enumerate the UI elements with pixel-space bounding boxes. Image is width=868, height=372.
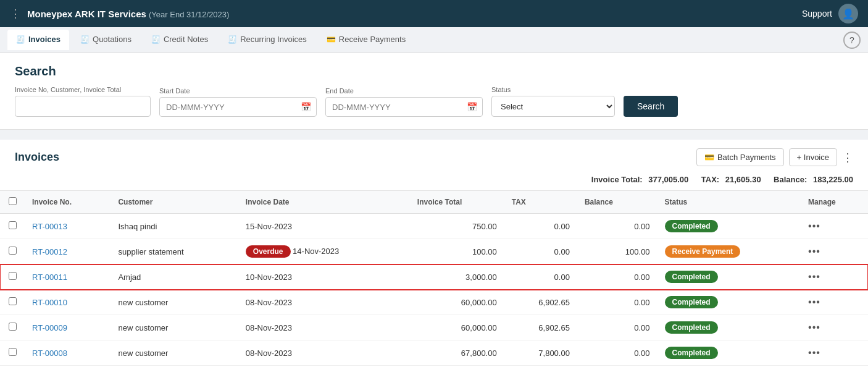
end-date-wrap: 📅 bbox=[325, 97, 483, 117]
row-tax: 7,800.00 bbox=[504, 340, 577, 366]
invoice-link[interactable]: RT-00011 bbox=[32, 273, 67, 282]
batch-payments-label: Batch Payments bbox=[717, 153, 776, 162]
row-manage: ••• bbox=[801, 366, 868, 373]
invoices-actions: 💳 Batch Payments + Invoice ⋮ bbox=[696, 148, 853, 166]
row-invoice-no: RT-00007 bbox=[25, 366, 111, 373]
batch-payments-icon: 💳 bbox=[704, 153, 714, 162]
select-all-checkbox[interactable] bbox=[9, 197, 17, 205]
row-date: 10-Nov-2023 bbox=[238, 264, 410, 290]
row-balance: 0.00 bbox=[577, 290, 657, 315]
row-status: Completed bbox=[657, 340, 801, 366]
invoice-search-input[interactable] bbox=[15, 96, 151, 117]
table-row: RT-00012 supplier statement Overdue 14-N… bbox=[0, 239, 868, 264]
header-balance: Balance bbox=[577, 191, 657, 214]
invoice-link[interactable]: RT-00010 bbox=[32, 298, 67, 307]
tab-credit-notes[interactable]: 🧾 Credit Notes bbox=[143, 30, 217, 50]
header-checkbox-col bbox=[0, 191, 25, 214]
search-section: Search Invoice No, Customer, Invoice Tot… bbox=[0, 53, 868, 130]
manage-dots-button[interactable]: ••• bbox=[808, 221, 820, 231]
start-date-group: Start Date 📅 bbox=[159, 87, 317, 117]
table-row: RT-00008 new customer 08-Nov-2023 67,800… bbox=[0, 340, 868, 366]
invoice-link[interactable]: RT-00012 bbox=[32, 247, 67, 256]
end-date-input[interactable] bbox=[326, 98, 462, 116]
row-date: 15-Nov-2023 bbox=[238, 214, 410, 239]
top-nav-right: Support 👤 bbox=[802, 4, 858, 23]
row-status: Completed bbox=[657, 214, 801, 239]
header-tax: TAX bbox=[504, 191, 577, 214]
row-customer: new customer bbox=[111, 290, 238, 315]
invoices-section: Invoices 💳 Batch Payments + Invoice ⋮ In… bbox=[0, 140, 868, 372]
header-manage: Manage bbox=[801, 191, 868, 214]
invoice-search-group: Invoice No, Customer, Invoice Total bbox=[15, 86, 151, 117]
invoices-table: Invoice No. Customer Invoice Date Invoic… bbox=[0, 190, 868, 372]
manage-dots-button[interactable]: ••• bbox=[808, 322, 820, 332]
table-header: Invoice No. Customer Invoice Date Invoic… bbox=[0, 191, 868, 214]
invoices-title: Invoices bbox=[15, 151, 59, 164]
row-checkbox[interactable] bbox=[9, 297, 17, 305]
tab-invoices[interactable]: 🧾 Invoices bbox=[7, 30, 69, 50]
row-status: Completed bbox=[657, 264, 801, 290]
tax-value: 21,605.30 bbox=[725, 175, 761, 184]
manage-dots-button[interactable]: ••• bbox=[808, 246, 820, 256]
more-options-button[interactable]: ⋮ bbox=[842, 151, 853, 164]
row-balance: 0.00 bbox=[577, 264, 657, 290]
end-date-label: End Date bbox=[325, 87, 483, 95]
row-checkbox[interactable] bbox=[9, 272, 17, 280]
app-title: Moneypex ARK IT Services (Year End 31/12… bbox=[27, 9, 229, 19]
row-status: Receive Payment bbox=[657, 366, 801, 373]
row-date: Overdue 14-Nov-2023 bbox=[238, 239, 410, 264]
invoice-tab-icon: 🧾 bbox=[16, 35, 25, 44]
row-checkbox-cell bbox=[0, 264, 25, 290]
header-invoice-no: Invoice No. bbox=[25, 191, 111, 214]
header-invoice-total: Invoice Total bbox=[410, 191, 504, 214]
invoices-header: Invoices 💳 Batch Payments + Invoice ⋮ bbox=[0, 140, 868, 172]
status-select[interactable]: Select Completed Overdue Receive Payment bbox=[491, 96, 615, 117]
tab-quotations[interactable]: 🧾 Quotations bbox=[72, 30, 140, 50]
receive-payments-tab-icon: 💳 bbox=[327, 35, 336, 44]
manage-dots-button[interactable]: ••• bbox=[808, 347, 820, 358]
status-badge: Completed bbox=[665, 271, 718, 283]
row-checkbox[interactable] bbox=[9, 221, 17, 229]
row-invoice-no: RT-00012 bbox=[25, 239, 111, 264]
row-customer: Ishaq pindi bbox=[111, 214, 238, 239]
row-checkbox[interactable] bbox=[9, 348, 17, 356]
row-total: 60,000.00 bbox=[410, 290, 504, 315]
manage-dots-button[interactable]: ••• bbox=[808, 297, 820, 307]
quotations-tab-icon: 🧾 bbox=[80, 35, 90, 44]
row-total: 60,000.00 bbox=[410, 315, 504, 340]
row-checkbox[interactable] bbox=[9, 323, 17, 331]
invoice-link[interactable]: RT-00013 bbox=[32, 222, 67, 231]
table-row: RT-00010 new customer 08-Nov-2023 60,000… bbox=[0, 290, 868, 315]
invoice-link[interactable]: RT-00008 bbox=[32, 349, 67, 358]
help-button[interactable]: ? bbox=[843, 32, 861, 49]
invoice-link[interactable]: RT-00009 bbox=[32, 323, 67, 332]
batch-payments-button[interactable]: 💳 Batch Payments bbox=[696, 148, 784, 166]
recurring-invoices-tab-icon: 🧾 bbox=[228, 35, 237, 44]
start-date-input[interactable] bbox=[160, 98, 296, 116]
tab-recurring-invoices[interactable]: 🧾 Recurring Invoices bbox=[219, 30, 315, 50]
end-date-group: End Date 📅 bbox=[325, 87, 483, 117]
row-balance: 0.00 bbox=[577, 315, 657, 340]
row-checkbox-cell bbox=[0, 366, 25, 373]
row-balance: 0.00 bbox=[577, 340, 657, 366]
table-row: RT-00007 new customer 08-Nov-2023 60,000… bbox=[0, 366, 868, 373]
search-form: Invoice No, Customer, Invoice Total Star… bbox=[15, 86, 853, 117]
row-checkbox[interactable] bbox=[9, 247, 17, 255]
nav-menu-icon[interactable]: ⋮ bbox=[10, 7, 21, 20]
avatar[interactable]: 👤 bbox=[838, 4, 858, 23]
row-balance: 100.00 bbox=[577, 239, 657, 264]
tab-receive-payments[interactable]: 💳 Receive Payments bbox=[318, 30, 414, 50]
table-row: RT-00009 new customer 08-Nov-2023 60,000… bbox=[0, 315, 868, 340]
start-date-calendar-icon[interactable]: 📅 bbox=[296, 98, 316, 116]
search-button[interactable]: Search bbox=[624, 96, 678, 117]
add-invoice-button[interactable]: + Invoice bbox=[789, 148, 837, 166]
row-tax: 6,902.65 bbox=[504, 290, 577, 315]
manage-dots-button[interactable]: ••• bbox=[808, 271, 820, 282]
status-badge: Completed bbox=[665, 220, 718, 232]
header-invoice-date: Invoice Date bbox=[238, 191, 410, 214]
row-date: 08-Nov-2023 bbox=[238, 366, 410, 373]
end-date-calendar-icon[interactable]: 📅 bbox=[462, 98, 482, 116]
row-invoice-no: RT-00009 bbox=[25, 315, 111, 340]
row-tax: 0.00 bbox=[504, 214, 577, 239]
row-manage: ••• bbox=[801, 239, 868, 264]
